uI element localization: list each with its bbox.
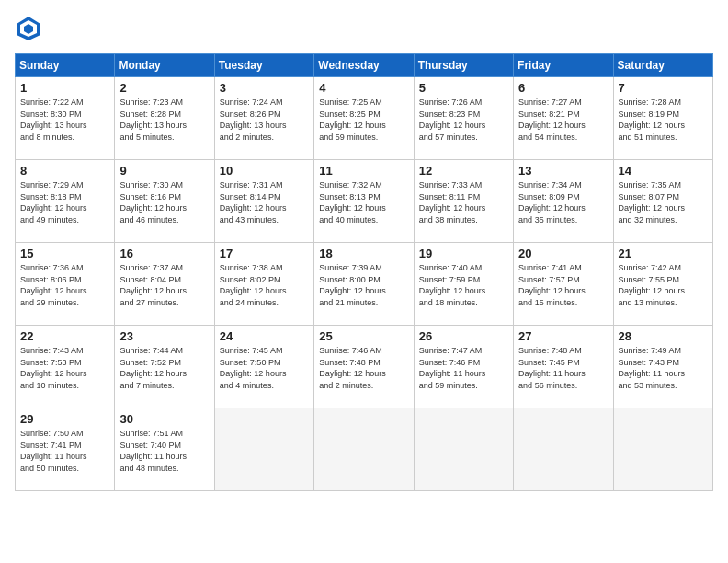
- day-number: 20: [518, 247, 608, 260]
- day-number: 24: [220, 329, 309, 343]
- day-number: 21: [619, 247, 708, 260]
- day-number: 27: [518, 329, 608, 343]
- calendar-day-cell: 5Sunrise: 7:26 AMSunset: 8:23 PMDaylight…: [414, 77, 513, 160]
- calendar-day-cell: 16Sunrise: 7:37 AMSunset: 8:04 PMDayligh…: [115, 243, 214, 326]
- day-info: Sunrise: 7:43 AMSunset: 7:53 PMDaylight:…: [20, 345, 109, 391]
- calendar-day-cell: [414, 408, 513, 491]
- day-info: Sunrise: 7:22 AMSunset: 8:30 PMDaylight:…: [20, 97, 109, 143]
- page-header: [15, 15, 713, 42]
- day-info: Sunrise: 7:31 AMSunset: 8:14 PMDaylight:…: [220, 179, 309, 225]
- calendar-day-cell: 9Sunrise: 7:30 AMSunset: 8:16 PMDaylight…: [115, 160, 214, 243]
- calendar-day-cell: 30Sunrise: 7:51 AMSunset: 7:40 PMDayligh…: [115, 408, 214, 491]
- day-info: Sunrise: 7:30 AMSunset: 8:16 PMDaylight:…: [119, 179, 209, 225]
- calendar-day-cell: 25Sunrise: 7:46 AMSunset: 7:48 PMDayligh…: [314, 326, 414, 408]
- day-info: Sunrise: 7:39 AMSunset: 8:00 PMDaylight:…: [319, 262, 408, 308]
- day-number: 29: [20, 412, 109, 426]
- day-info: Sunrise: 7:25 AMSunset: 8:25 PMDaylight:…: [319, 97, 408, 143]
- calendar-week-row: 1Sunrise: 7:22 AMSunset: 8:30 PMDaylight…: [16, 77, 713, 160]
- calendar-day-cell: 19Sunrise: 7:40 AMSunset: 7:59 PMDayligh…: [414, 243, 513, 326]
- calendar-day-header: Monday: [115, 54, 214, 77]
- calendar-day-cell: 27Sunrise: 7:48 AMSunset: 7:45 PMDayligh…: [514, 326, 613, 408]
- calendar-day-cell: 22Sunrise: 7:43 AMSunset: 7:53 PMDayligh…: [16, 326, 115, 408]
- day-number: 8: [20, 164, 109, 178]
- day-info: Sunrise: 7:32 AMSunset: 8:13 PMDaylight:…: [319, 179, 408, 225]
- day-number: 17: [220, 247, 309, 260]
- day-number: 4: [319, 81, 408, 95]
- calendar-day-cell: 7Sunrise: 7:28 AMSunset: 8:19 PMDaylight…: [613, 77, 712, 160]
- calendar-table: SundayMondayTuesdayWednesdayThursdayFrid…: [15, 53, 713, 491]
- calendar-day-cell: 11Sunrise: 7:32 AMSunset: 8:13 PMDayligh…: [314, 160, 414, 243]
- calendar-day-cell: 15Sunrise: 7:36 AMSunset: 8:06 PMDayligh…: [16, 243, 115, 326]
- day-info: Sunrise: 7:49 AMSunset: 7:43 PMDaylight:…: [619, 345, 708, 391]
- day-number: 9: [119, 164, 209, 178]
- calendar-day-cell: [214, 408, 313, 491]
- calendar-day-cell: 28Sunrise: 7:49 AMSunset: 7:43 PMDayligh…: [613, 326, 712, 408]
- day-number: 1: [20, 81, 109, 95]
- day-info: Sunrise: 7:33 AMSunset: 8:11 PMDaylight:…: [419, 179, 508, 225]
- calendar-day-cell: 1Sunrise: 7:22 AMSunset: 8:30 PMDaylight…: [16, 77, 115, 160]
- calendar-day-cell: [314, 408, 414, 491]
- day-info: Sunrise: 7:35 AMSunset: 8:07 PMDaylight:…: [619, 179, 708, 225]
- day-info: Sunrise: 7:40 AMSunset: 7:59 PMDaylight:…: [419, 262, 508, 308]
- day-number: 11: [319, 164, 408, 178]
- logo-icon: [15, 15, 42, 42]
- day-number: 3: [220, 81, 309, 95]
- day-number: 13: [518, 164, 608, 178]
- day-info: Sunrise: 7:34 AMSunset: 8:09 PMDaylight:…: [518, 179, 608, 225]
- day-info: Sunrise: 7:29 AMSunset: 8:18 PMDaylight:…: [20, 179, 109, 225]
- calendar-day-header: Friday: [514, 54, 613, 77]
- calendar-week-row: 29Sunrise: 7:50 AMSunset: 7:41 PMDayligh…: [16, 408, 713, 491]
- day-number: 14: [619, 164, 708, 178]
- calendar-day-cell: 29Sunrise: 7:50 AMSunset: 7:41 PMDayligh…: [16, 408, 115, 491]
- day-info: Sunrise: 7:23 AMSunset: 8:28 PMDaylight:…: [119, 97, 209, 143]
- day-info: Sunrise: 7:41 AMSunset: 7:57 PMDaylight:…: [518, 262, 608, 308]
- calendar-day-cell: [514, 408, 613, 491]
- calendar-day-cell: 14Sunrise: 7:35 AMSunset: 8:07 PMDayligh…: [613, 160, 712, 243]
- calendar-day-cell: 8Sunrise: 7:29 AMSunset: 8:18 PMDaylight…: [16, 160, 115, 243]
- logo: [15, 15, 46, 42]
- day-info: Sunrise: 7:38 AMSunset: 8:02 PMDaylight:…: [220, 262, 309, 308]
- calendar-day-cell: 2Sunrise: 7:23 AMSunset: 8:28 PMDaylight…: [115, 77, 214, 160]
- calendar-header-row: SundayMondayTuesdayWednesdayThursdayFrid…: [16, 54, 713, 77]
- calendar-day-cell: 17Sunrise: 7:38 AMSunset: 8:02 PMDayligh…: [214, 243, 313, 326]
- day-number: 12: [419, 164, 508, 178]
- calendar-week-row: 22Sunrise: 7:43 AMSunset: 7:53 PMDayligh…: [16, 326, 713, 408]
- calendar-day-cell: 4Sunrise: 7:25 AMSunset: 8:25 PMDaylight…: [314, 77, 414, 160]
- calendar-body: 1Sunrise: 7:22 AMSunset: 8:30 PMDaylight…: [16, 77, 713, 491]
- calendar-week-row: 15Sunrise: 7:36 AMSunset: 8:06 PMDayligh…: [16, 243, 713, 326]
- calendar-day-header: Wednesday: [314, 54, 414, 77]
- day-info: Sunrise: 7:36 AMSunset: 8:06 PMDaylight:…: [20, 262, 109, 308]
- calendar-day-cell: 10Sunrise: 7:31 AMSunset: 8:14 PMDayligh…: [214, 160, 313, 243]
- day-number: 10: [220, 164, 309, 178]
- day-number: 22: [20, 329, 109, 343]
- day-info: Sunrise: 7:45 AMSunset: 7:50 PMDaylight:…: [220, 345, 309, 391]
- day-info: Sunrise: 7:51 AMSunset: 7:40 PMDaylight:…: [119, 428, 209, 474]
- day-number: 6: [518, 81, 608, 95]
- day-number: 2: [119, 81, 209, 95]
- day-number: 23: [119, 329, 209, 343]
- day-info: Sunrise: 7:26 AMSunset: 8:23 PMDaylight:…: [419, 97, 508, 143]
- day-number: 7: [619, 81, 708, 95]
- day-info: Sunrise: 7:46 AMSunset: 7:48 PMDaylight:…: [319, 345, 408, 391]
- day-number: 26: [419, 329, 508, 343]
- calendar-day-cell: 20Sunrise: 7:41 AMSunset: 7:57 PMDayligh…: [514, 243, 613, 326]
- day-info: Sunrise: 7:24 AMSunset: 8:26 PMDaylight:…: [220, 97, 309, 143]
- day-number: 5: [419, 81, 508, 95]
- calendar-day-cell: 12Sunrise: 7:33 AMSunset: 8:11 PMDayligh…: [414, 160, 513, 243]
- calendar-day-header: Thursday: [414, 54, 513, 77]
- day-info: Sunrise: 7:44 AMSunset: 7:52 PMDaylight:…: [119, 345, 209, 391]
- day-info: Sunrise: 7:27 AMSunset: 8:21 PMDaylight:…: [518, 97, 608, 143]
- day-info: Sunrise: 7:48 AMSunset: 7:45 PMDaylight:…: [518, 345, 608, 391]
- day-number: 19: [419, 247, 508, 260]
- calendar-day-cell: [613, 408, 712, 491]
- calendar-day-cell: 21Sunrise: 7:42 AMSunset: 7:55 PMDayligh…: [613, 243, 712, 326]
- day-number: 28: [619, 329, 708, 343]
- calendar-day-header: Saturday: [613, 54, 712, 77]
- day-number: 30: [119, 412, 209, 426]
- calendar-week-row: 8Sunrise: 7:29 AMSunset: 8:18 PMDaylight…: [16, 160, 713, 243]
- calendar-day-cell: 23Sunrise: 7:44 AMSunset: 7:52 PMDayligh…: [115, 326, 214, 408]
- calendar-day-cell: 18Sunrise: 7:39 AMSunset: 8:00 PMDayligh…: [314, 243, 414, 326]
- day-info: Sunrise: 7:37 AMSunset: 8:04 PMDaylight:…: [119, 262, 209, 308]
- calendar-day-header: Tuesday: [214, 54, 313, 77]
- day-info: Sunrise: 7:50 AMSunset: 7:41 PMDaylight:…: [20, 428, 109, 474]
